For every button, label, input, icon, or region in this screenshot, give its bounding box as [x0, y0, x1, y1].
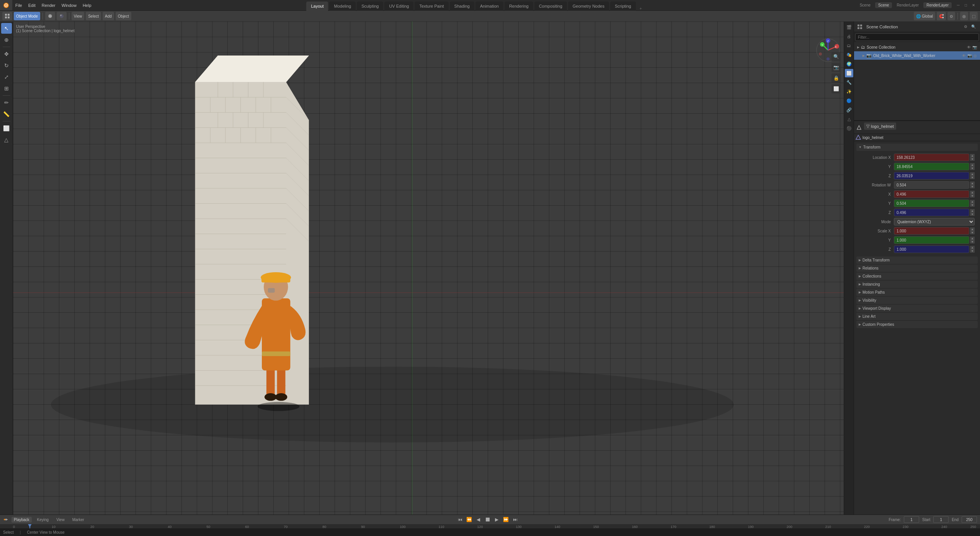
transform-header[interactable]: ▼ Transform: [856, 144, 978, 151]
window-menu[interactable]: Window: [59, 0, 80, 10]
edit-menu[interactable]: Edit: [25, 0, 39, 10]
constraints-props-icon[interactable]: 🔗: [845, 106, 853, 114]
world-props-icon[interactable]: 🌍: [845, 60, 853, 68]
collections-header[interactable]: ▶ Collections: [856, 273, 978, 280]
location-y-value[interactable]: 18.84554: [894, 163, 969, 170]
camera-icon2[interactable]: 📷: [972, 45, 977, 49]
transform-tool[interactable]: ⊞: [1, 83, 12, 94]
play-btn[interactable]: ▶: [493, 516, 501, 523]
annotate-tool[interactable]: ✏: [1, 97, 12, 108]
scale-y-value[interactable]: 1.000: [894, 236, 969, 244]
measure-tool[interactable]: 📏: [1, 109, 12, 119]
marker-tab[interactable]: Marker: [70, 517, 87, 523]
viewport-shading-solid[interactable]: [45, 12, 55, 20]
loc-z-down[interactable]: ▼: [970, 176, 975, 179]
tab-animation[interactable]: Animation: [475, 2, 503, 11]
editor-type-btn[interactable]: [2, 12, 12, 20]
select-btn[interactable]: Select: [86, 12, 101, 20]
delta-transform-header[interactable]: ▶ Delta Transform: [856, 257, 978, 264]
rotation-w-value[interactable]: 0.504: [894, 181, 969, 189]
scale-z-down[interactable]: ▼: [970, 249, 975, 253]
scale-tool[interactable]: ⤢: [1, 72, 12, 82]
jump-end-btn[interactable]: ⏭: [511, 516, 519, 523]
tab-geometry-nodes[interactable]: Geometry Nodes: [568, 2, 609, 11]
rotation-mode-select[interactable]: Quaternion (WXYZ) XYZ Euler ZXY Euler: [894, 218, 975, 226]
location-x-value[interactable]: 158.26123: [894, 154, 969, 161]
tab-layout[interactable]: Layout: [306, 2, 328, 11]
physics-props-icon[interactable]: 🔵: [845, 96, 853, 105]
zoom-in-btn[interactable]: 🔍: [831, 52, 841, 61]
snap-btn[interactable]: 🧲: [937, 12, 946, 20]
outliner-scene-collection[interactable]: ▶ 🗂 Scene Collection 👁 📷: [854, 43, 980, 51]
scale-y-up[interactable]: ▲: [970, 237, 975, 240]
tab-modeling[interactable]: Modeling: [329, 2, 356, 11]
line-art-header[interactable]: ▶ Line Art: [856, 313, 978, 320]
render-menu[interactable]: Render: [39, 0, 59, 10]
rot-x-down[interactable]: ▼: [970, 194, 975, 198]
rot-z-down[interactable]: ▼: [970, 212, 975, 216]
eye-icon[interactable]: 👁: [967, 45, 971, 49]
3d-viewport[interactable]: User Perspective (1) Scene Collection | …: [13, 21, 844, 515]
view-layer-props-icon[interactable]: 🗂: [845, 41, 853, 50]
view-btn[interactable]: View: [72, 12, 85, 20]
xray-btn[interactable]: ⬚: [970, 12, 978, 20]
tab-shading[interactable]: Shading: [450, 2, 474, 11]
view-tab[interactable]: View: [54, 517, 67, 523]
tab-uv-editing[interactable]: UV Editing: [384, 2, 413, 11]
jump-start-btn[interactable]: ⏮: [456, 516, 464, 523]
scale-z-up[interactable]: ▲: [970, 246, 975, 249]
camera-view-btn[interactable]: 📷: [831, 63, 841, 72]
object-btn[interactable]: Object: [116, 12, 131, 20]
relations-header[interactable]: ▶ Relations: [856, 265, 978, 272]
step-back-btn[interactable]: ⏪: [466, 516, 473, 523]
scene-props-icon[interactable]: 🎭: [845, 51, 853, 59]
local-view-btn[interactable]: ⬜: [831, 84, 841, 93]
render-icon[interactable]: ◎: [973, 54, 977, 58]
loc-y-up[interactable]: ▲: [970, 163, 975, 167]
rot-w-down[interactable]: ▼: [970, 185, 975, 188]
rotation-z-value[interactable]: 0.496: [894, 209, 969, 216]
eye-icon2[interactable]: 👁: [962, 54, 966, 58]
add-btn[interactable]: Add: [103, 12, 114, 20]
custom-properties-header[interactable]: ▶ Custom Properties: [856, 321, 978, 328]
object-mode-btn[interactable]: Object Mode: [14, 12, 40, 20]
instancing-header[interactable]: ▶ Instancing: [856, 281, 978, 288]
keying-tab[interactable]: Keying: [35, 517, 51, 523]
filter-icon[interactable]: ⚙: [962, 23, 969, 30]
loc-x-down[interactable]: ▼: [970, 157, 975, 161]
add-cube-tool[interactable]: ⬜: [1, 123, 12, 134]
scale-x-down[interactable]: ▼: [970, 231, 975, 234]
cursor-tool[interactable]: ⊕: [1, 34, 12, 45]
loc-z-up[interactable]: ▲: [970, 172, 975, 176]
overlay-btn[interactable]: ◎: [960, 12, 968, 20]
scale-z-value[interactable]: 1.000: [894, 245, 969, 253]
render-props-icon[interactable]: 🎬: [845, 23, 853, 31]
restrict-icon[interactable]: 📷: [967, 54, 972, 58]
props-object-name-field[interactable]: ▽ logo_helmet: [864, 123, 896, 130]
close-btn[interactable]: ✕: [970, 2, 977, 9]
help-menu[interactable]: Help: [80, 0, 95, 10]
visibility-header[interactable]: ▶ Visibility: [856, 297, 978, 304]
rot-w-up[interactable]: ▲: [970, 181, 975, 185]
tab-texture-paint[interactable]: Texture Paint: [415, 2, 448, 11]
rotation-y-value[interactable]: 0.504: [894, 199, 969, 207]
scale-x-value[interactable]: 1.000: [894, 227, 969, 235]
viewport-display-header[interactable]: ▶ Viewport Display: [856, 305, 978, 312]
rot-y-up[interactable]: ▲: [970, 200, 975, 203]
scale-x-up[interactable]: ▲: [970, 227, 975, 231]
proportional-btn[interactable]: ⊙: [947, 12, 955, 20]
renderlayer-selector[interactable]: RenderLayer: [923, 2, 952, 8]
viewport-shading-material[interactable]: [57, 12, 67, 20]
rotate-tool[interactable]: ↻: [1, 60, 12, 71]
data-props-icon[interactable]: △: [845, 115, 853, 123]
select-tool[interactable]: ↖: [1, 23, 12, 34]
loc-y-down[interactable]: ▼: [970, 167, 975, 170]
outliner-object-row[interactable]: ▶ 📷 Old_Brick_White_Wall_With_Worker 👁 📷…: [854, 51, 980, 60]
move-tool[interactable]: ✥: [1, 49, 12, 59]
motion-paths-header[interactable]: ▶ Motion Paths: [856, 289, 978, 296]
output-props-icon[interactable]: 🖨: [845, 32, 853, 41]
minimize-btn[interactable]: ─: [955, 2, 962, 9]
lock-view-btn[interactable]: 🔒: [831, 74, 841, 83]
frame-end-input[interactable]: [962, 516, 977, 523]
playback-tab[interactable]: Playback: [11, 517, 32, 523]
